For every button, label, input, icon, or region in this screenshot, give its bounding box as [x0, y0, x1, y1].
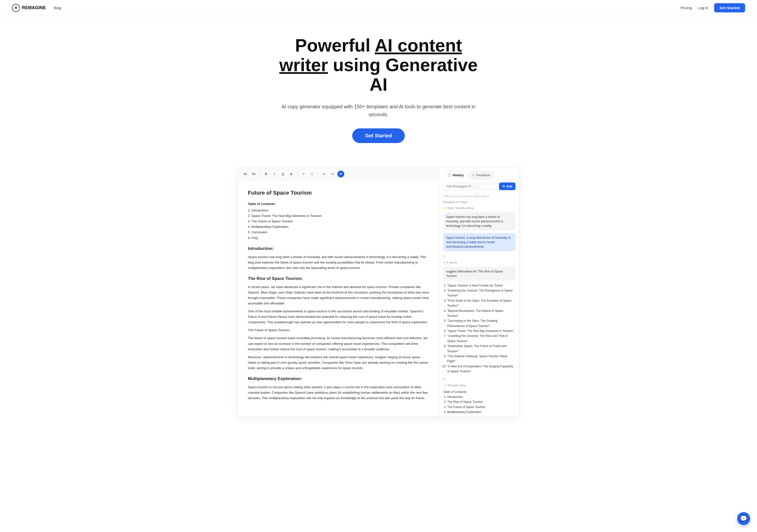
suggestion-10: "A New Era of Exploration: The Surging P…	[447, 364, 516, 374]
ai-ask-inline-label: ✈ Ask AI	[446, 261, 457, 264]
ai-icon-row-2: ⎘	[443, 377, 516, 381]
editor-content[interactable]: Future of Space Tourism Table of Content…	[238, 180, 439, 417]
editor-toc-title: Table of Contents:	[248, 201, 430, 207]
ai-tools-label: ⚡ Tools: Simplify writing	[443, 206, 516, 210]
tab-history[interactable]: 🕐 History	[444, 171, 468, 179]
template-item-1: Introduction	[447, 394, 516, 399]
template-item-3: The Future of Space Tourism	[447, 405, 516, 410]
ai-bubble-2: Space tourism, a long-held dream of huma…	[443, 233, 516, 251]
suggestion-9: "The Galactic Getaway: Space Tourism Tak…	[447, 354, 516, 364]
nav-get-started-button[interactable]: Get Started	[714, 3, 745, 13]
editor-panel: H₁ H₂ B I U S ≡ ≡ ↩ ↪ + Future of Space …	[238, 168, 440, 417]
editor-multiplanetary-heading: Multiplanetary Exploration:	[248, 375, 430, 383]
tab-feedback[interactable]: ✓ Feedback	[469, 171, 494, 179]
toc-item-1: 1. Introduction	[248, 208, 430, 213]
editor-rise-para2: One of the most notable achievements in …	[248, 309, 430, 325]
suggestion-4: "Beyond Boundaries: The Advent of Space …	[447, 308, 516, 319]
logo-text: REMAGINE	[22, 5, 46, 11]
toc-item-2: 2. Space Travel: The Next Big Adventure …	[248, 213, 430, 219]
ai-body: ⚡ Tools: Simplify writing Space tourism …	[440, 204, 519, 417]
nav-right: Pricing Log In Get Started	[681, 3, 745, 13]
ai-tabs: 🕐 History ✓ Feedback	[440, 168, 519, 179]
hero-section: Powerful AI content writer using Generat…	[267, 16, 490, 158]
tab-feedback-label: Feedback	[476, 173, 490, 177]
suggestion-2: "Exploring the Cosmos: The Emergence of …	[447, 288, 516, 298]
editor-toolbar: H₁ H₂ B I U S ≡ ≡ ↩ ↪ +	[238, 168, 439, 180]
ai-ask-input[interactable]	[443, 182, 497, 190]
nav-blog-link[interactable]: Blog	[54, 6, 61, 10]
logo[interactable]: R REMAGINE	[12, 4, 46, 12]
toolbar-separator-2	[297, 172, 297, 176]
toolbar-redo-button[interactable]: ↪	[329, 171, 336, 177]
editor-intro-text: Space tourism has long been a dream of h…	[248, 254, 430, 271]
toc-item-6: 6. FAQ	[248, 235, 430, 241]
clock-icon: 🕐	[447, 173, 451, 177]
ai-ask-button[interactable]: ✈ Ask	[499, 182, 516, 190]
hero-headline-part1: Powerful	[295, 35, 375, 55]
editor-title: Future of Space Tourism	[248, 188, 430, 197]
ai-hint-text: history will be cleared on page refresh	[440, 194, 519, 200]
demo-section-wrap: H₁ H₂ B I U S ≡ ≡ ↩ ↪ + Future of Space …	[230, 168, 527, 432]
toolbar-bold-button[interactable]: B	[262, 171, 269, 177]
suggestion-7: "Unveiling the Universe: The Rise and Th…	[447, 333, 516, 344]
toolbar-separator-3	[318, 172, 318, 176]
toolbar-strikethrough-button[interactable]: S	[288, 171, 295, 177]
ai-input-row: ✈ Ask	[440, 179, 519, 194]
navbar: R REMAGINE Blog Pricing Log In Get Start…	[0, 0, 757, 16]
toolbar-separator-1	[260, 172, 260, 176]
ai-template-label: 📄 Template: Blog	[443, 384, 516, 387]
ai-inline-prompt-bubble: suggest alternatives for 'The Rise of Sp…	[443, 267, 516, 281]
ai-bubble-1: Space tourism has long been a dream of h…	[443, 212, 516, 231]
ai-ask-btn-label: Ask	[506, 184, 512, 188]
suggestion-6: "Space Travel: The Next Big Adventure in…	[447, 329, 516, 333]
ai-output-label: Remagine AI Output	[440, 200, 519, 204]
toc-item-5: 5. Conclusion	[248, 230, 430, 235]
plane-icon: ✈	[443, 261, 445, 264]
editor-multiplanetary-text: Space tourism is not just about visiting…	[248, 385, 430, 401]
editor-rise-para4: The future of space tourism looks incred…	[248, 335, 430, 352]
toolbar-list2-button[interactable]: ≡	[308, 171, 315, 177]
template-item-4: Multiplanetary Exploration	[447, 410, 516, 415]
suggestion-5: "Journeying to the Stars: The Growing Ph…	[447, 318, 516, 329]
tab-history-label: History	[453, 173, 464, 177]
nav-pricing-link[interactable]: Pricing	[681, 6, 692, 10]
hero-subheadline: AI copy generator equipped with 150+ tem…	[273, 103, 484, 118]
nav-login-link[interactable]: Log In	[698, 6, 708, 10]
nav-left: R REMAGINE Blog	[12, 4, 61, 12]
editor-rise-para1: In recent years, we have witnessed a sig…	[248, 284, 430, 306]
logo-icon: R	[12, 4, 20, 12]
toolbar-undo-button[interactable]: ↩	[320, 171, 327, 177]
ai-template-content: Table of Contents: Introduction The Rise…	[443, 390, 516, 415]
suggestion-8: "Destination Space: The Future of Travel…	[447, 344, 516, 354]
editor-rise-para3: The Future of Space Tourism:	[248, 328, 430, 333]
template-toc-title: Table of Contents:	[443, 390, 516, 394]
demo-section: H₁ H₂ B I U S ≡ ≡ ↩ ↪ + Future of Space …	[238, 168, 519, 417]
editor-rise-heading: The Rise of Space Tourism:	[248, 275, 430, 282]
check-icon: ✓	[472, 173, 475, 177]
ai-panel: 🕐 History ✓ Feedback ✈ Ask history will …	[440, 168, 519, 417]
ai-suggestions: "Space Tourism: A New Frontier for Trave…	[443, 283, 516, 374]
editor-intro-heading: Introduction:	[248, 245, 430, 252]
toolbar-underline-button[interactable]: U	[279, 171, 286, 177]
toc-item-3: 3. The Future of Space Tourism	[248, 219, 430, 224]
hero-headline: Powerful AI content writer using Generat…	[273, 36, 484, 95]
toolbar-h2-button[interactable]: H₂	[250, 171, 257, 177]
hero-get-started-button[interactable]: Get Started	[352, 128, 405, 143]
toc-item-4: 4. Multiplanetary Exploration	[248, 224, 430, 230]
copy-icon-2: ⎘	[443, 377, 445, 381]
suggestion-3: "From Earth to the Stars: The Evolution …	[447, 298, 516, 308]
toolbar-h1-button[interactable]: H₁	[242, 171, 249, 177]
toolbar-list1-button[interactable]: ≡	[300, 171, 307, 177]
template-item-2: The Rise of Space Tourism	[447, 399, 516, 404]
send-icon: ✈	[502, 184, 505, 188]
toolbar-plus-button[interactable]: +	[337, 171, 344, 177]
hero-headline-part2: using Generative AI	[328, 55, 478, 94]
copy-icon: ⎘	[443, 254, 445, 258]
suggestion-1: "Space Tourism: A New Frontier for Trave…	[447, 283, 516, 288]
ai-ask-inline: ✈ ✈ Ask AI	[443, 261, 516, 264]
ai-icon-row-1: ⎘	[443, 254, 516, 259]
toolbar-italic-button[interactable]: I	[271, 171, 278, 177]
editor-toc: Table of Contents: 1. Introduction 2. Sp…	[248, 201, 430, 241]
editor-rise-para5: Moreover, advancements in technology wil…	[248, 355, 430, 371]
